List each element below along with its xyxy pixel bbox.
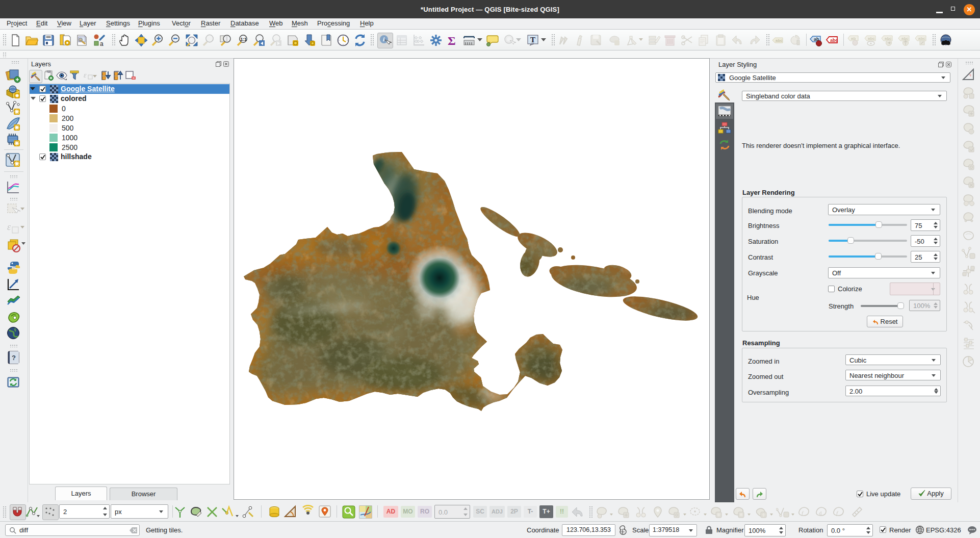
svg-text:abc: abc (918, 36, 925, 41)
svg-text:a: a (100, 40, 104, 47)
svg-text:d: d (819, 510, 822, 516)
svg-text:?: ? (12, 354, 16, 362)
svg-text:abc: abc (776, 38, 783, 43)
svg-text:Σ: Σ (448, 34, 456, 47)
svg-text:T: T (530, 36, 535, 44)
svg-text:abc: abc (830, 38, 838, 43)
svg-text:abc: abc (868, 36, 875, 41)
svg-text:ε: ε (7, 222, 11, 232)
svg-text:ε: ε (84, 71, 87, 79)
svg-text:1:1: 1:1 (241, 37, 247, 42)
